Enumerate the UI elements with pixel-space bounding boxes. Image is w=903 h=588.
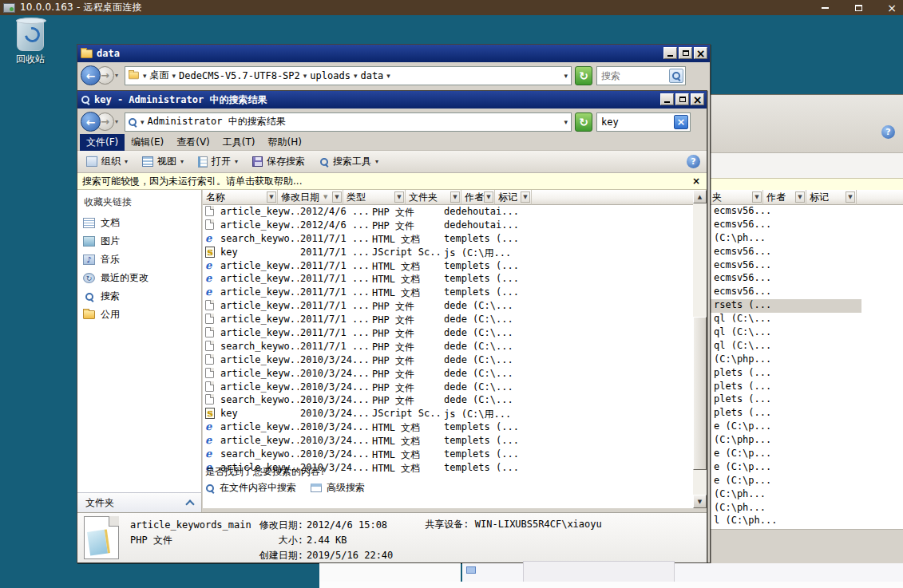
history-dropdown-icon[interactable] [115,72,118,79]
bg-column-header-3[interactable]: 标记 [806,190,857,205]
table-row[interactable]: search_keywo...2011/7/1 ...PHP 文件dede (C… [203,340,693,353]
vertical-scrollbar[interactable] [693,190,707,508]
table-row[interactable]: article_keyw...2012/4/6 ...PHP 文件dedehou… [203,205,693,219]
bg-list-item[interactable]: ecmsv56... [709,219,903,232]
search-go-button[interactable] [669,69,683,83]
table-row[interactable]: article_keyw...2011/7/1 ...PHP 文件dede (C… [203,299,693,313]
bg-column-header-1[interactable]: 夹 [709,190,763,205]
menu-help[interactable]: 帮助(H) [262,134,308,151]
data-window-titlebar[interactable]: data [77,45,710,62]
key-maximize-button[interactable] [675,93,689,105]
key-search-box[interactable] [596,112,691,132]
column-header-3[interactable]: 类型 [343,190,406,205]
table-row[interactable]: search_keywo...2010/3/24...HTML 文档temple… [203,448,693,461]
table-row[interactable]: article_keyw...2011/7/1 ...HTML 文档temple… [203,259,693,273]
bg-list-item[interactable]: ql (C:\... [709,313,903,326]
search-file-contents-link[interactable]: 在文件内容中搜索 [205,481,296,495]
data-breadcrumb[interactable]: 桌面DedeCMS-V5.7-UTF8-SP2uploadsdata [125,66,572,85]
data-maximize-button[interactable] [679,47,692,59]
open-button[interactable]: 打开 [192,152,244,171]
search-tools-button[interactable]: 搜索工具 [314,152,384,171]
table-row[interactable]: article_keyw...2010/3/24...HTML 文档temple… [203,434,693,448]
data-search-box[interactable] [596,66,686,85]
sidebar-item[interactable]: 搜索 [77,287,201,306]
help-icon[interactable] [687,155,700,168]
column-header-1[interactable]: 名称 [203,190,278,205]
column-filter-icon[interactable] [795,191,805,203]
bg-list-item[interactable]: l (C:\ph... [709,515,903,528]
column-filter-icon[interactable] [332,191,342,203]
back-icon[interactable] [81,112,101,132]
column-filter-icon[interactable] [394,191,404,203]
menu-view[interactable]: 查看(V) [170,134,216,151]
back-icon[interactable] [81,65,101,85]
key-minimize-button[interactable] [660,93,674,105]
bg-list-item[interactable]: ecmsv56... [709,272,903,286]
column-header-2[interactable]: 修改日期 [278,190,343,205]
clear-search-icon[interactable] [674,115,688,129]
bg-list-item[interactable]: (C:\ph... [709,232,903,246]
breadcrumb-item[interactable]: Administrator 中的搜索结果 [148,115,286,128]
column-filter-icon[interactable] [450,191,460,203]
breadcrumb-item[interactable]: data [360,70,383,81]
column-filter-icon[interactable] [521,191,530,203]
table-row[interactable]: article_keyw...2010/3/24...PHP 文件dede (C… [203,353,693,367]
background-help-icon[interactable] [881,125,895,139]
bg-list-item[interactable]: ecmsv56... [709,259,903,273]
key-breadcrumb[interactable]: Administrator 中的搜索结果 [125,112,572,132]
table-row[interactable]: article_keyw...2011/7/1 ...HTML 文档temple… [203,286,693,299]
bg-list-item[interactable]: (C:\ph... [709,488,903,502]
table-row[interactable]: key2010/3/24...JScript Sc...js (C:\用... [203,407,693,420]
menu-edit[interactable]: 编辑(E) [125,134,170,151]
key-close-button[interactable] [691,93,704,105]
bg-list-item[interactable]: (C:\ph... [709,502,903,515]
column-filter-icon[interactable] [846,191,855,203]
folders-bar[interactable]: 文件夹 [77,492,202,512]
bg-list-item[interactable]: plets (... [709,393,903,407]
bg-list-item[interactable]: rsets (... [709,299,861,313]
bg-list-item[interactable]: e (C:\p... [709,475,903,488]
column-header-4[interactable]: 文件夹 [406,190,461,205]
sidebar-item[interactable]: 音乐 [77,251,201,269]
bg-list-item[interactable]: ecmsv56... [709,246,903,259]
bg-list-item[interactable]: ecmsv56... [709,205,903,219]
column-filter-icon[interactable] [752,191,762,203]
key-window-titlebar[interactable]: key - Administrator 中的搜索结果 [77,91,707,109]
table-row[interactable]: key2011/7/1 ...JScript Sc...js (C:\用... [203,246,693,259]
scroll-up-icon[interactable] [693,190,707,203]
close-icon[interactable] [692,176,700,187]
breadcrumb-item[interactable]: 桌面 [150,69,169,82]
rdp-close-button[interactable] [885,2,898,14]
table-row[interactable]: article_keyw...2012/4/6 ...PHP 文件dedehou… [203,219,693,232]
scrollbar-thumb[interactable] [693,317,707,470]
table-row[interactable]: article_keyw...2010/3/24...PHP 文件dede (C… [203,381,693,394]
menu-file[interactable]: 文件(F) [80,134,125,151]
column-header-5[interactable]: 作者 [461,190,495,205]
breadcrumb-item[interactable]: uploads [310,70,351,81]
rdp-restore-button[interactable] [852,2,865,14]
table-row[interactable]: article_keyw...2011/7/1 ...PHP 文件dede (C… [203,313,693,326]
bg-list-item[interactable]: plets (... [709,407,903,420]
chevron-down-icon[interactable] [564,118,568,126]
refresh-icon[interactable] [575,112,592,132]
bg-list-item[interactable]: plets (... [709,381,903,394]
bg-column-header-2[interactable]: 作者 [763,190,806,205]
save-search-button[interactable]: 保存搜索 [247,152,311,171]
views-button[interactable]: 视图 [137,152,189,171]
bg-list-item[interactable]: ql (C:\... [709,326,903,340]
table-row[interactable]: article_keyw...2011/7/1 ...HTML 文档temple… [203,272,693,286]
refresh-icon[interactable] [575,66,592,85]
bg-list-item[interactable]: (C:\php... [709,434,903,448]
bg-list-item[interactable]: e (C:\p... [709,448,903,461]
column-header-6[interactable]: 标记 [495,190,532,205]
history-dropdown-icon[interactable] [115,118,118,125]
table-row[interactable]: search_keywo...2010/3/24...PHP 文件dede (C… [203,393,693,407]
bg-list-item[interactable]: e (C:\p... [709,420,903,434]
bg-list-item[interactable]: e (C:\p... [709,461,903,475]
sidebar-item[interactable]: 公用 [77,306,201,324]
bg-list-item[interactable]: ql (C:\... [709,340,903,353]
data-close-button[interactable] [694,47,707,59]
indexing-warning-bar[interactable]: 搜索可能较慢，因为未运行索引。请单击获取帮助... [77,173,707,190]
table-row[interactable]: article_keyw...2010/3/24...HTML 文档temple… [203,420,693,434]
table-row[interactable]: article_keyw...2011/7/1 ...PHP 文件dede (C… [203,326,693,340]
